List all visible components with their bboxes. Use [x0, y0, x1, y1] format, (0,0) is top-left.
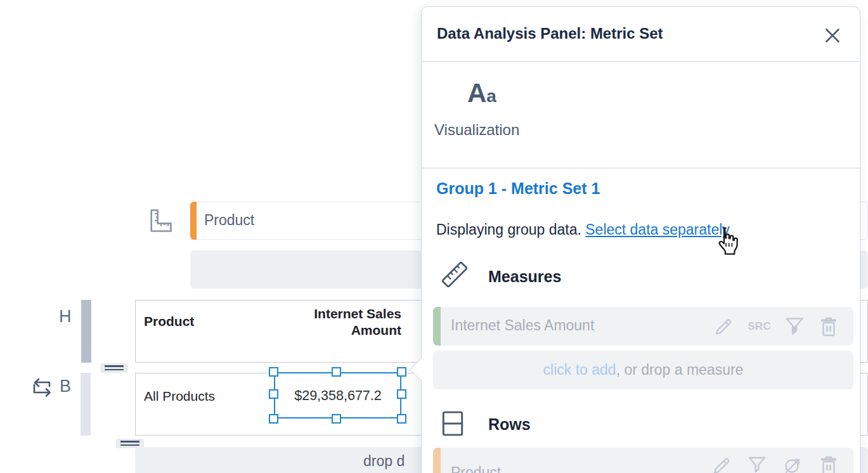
cell-selection-outline[interactable] — [274, 372, 401, 418]
measures-section-heading: Measures — [488, 268, 561, 286]
resize-handle-sw[interactable] — [269, 414, 278, 424]
resize-handle-w[interactable] — [269, 389, 278, 399]
group-status-text: Displaying group data. Select data separ… — [436, 221, 730, 238]
filter-funnel-icon[interactable] — [784, 316, 805, 337]
click-to-add-link[interactable]: click to add — [543, 361, 616, 379]
close-icon[interactable] — [820, 23, 845, 48]
edit-pencil-icon[interactable] — [713, 316, 734, 337]
measure-label: Internet Sales Amount — [451, 317, 594, 334]
table-body-cell-product[interactable]: All Products — [144, 389, 215, 404]
measure-accent-bar — [433, 307, 441, 346]
add-measure-row[interactable]: click to add, or drop a measure — [433, 351, 853, 389]
resize-handle-nw[interactable] — [269, 367, 278, 377]
row-hierarchy-label: Product — [451, 464, 501, 473]
table-header-cell-measure[interactable]: Internet Sales Amount — [290, 306, 401, 339]
row-actions — [711, 454, 839, 473]
rows-section-icon — [441, 410, 464, 437]
row-drag-handle-top[interactable] — [100, 363, 128, 373]
body-band-label: B — [60, 377, 71, 396]
data-analysis-panel: Data Analysis Panel: Metric Set Aa Visua… — [421, 6, 860, 473]
field-pill-accent — [190, 202, 197, 240]
row-hierarchy-item[interactable]: Product — [433, 448, 853, 473]
measures-ruler-icon — [439, 259, 470, 290]
panel-title: Data Analysis Panel: Metric Set — [437, 25, 663, 42]
repeat-band-icon — [28, 375, 53, 399]
resize-handle-e[interactable] — [397, 389, 406, 399]
rows-section-heading: Rows — [488, 415, 531, 434]
field-pill-label: Product — [204, 212, 254, 229]
sort-icon[interactable] — [782, 455, 803, 473]
report-designer-page: Product H Product Internet Sales Amount … — [0, 0, 868, 473]
resize-handle-ne[interactable] — [397, 367, 406, 377]
header-band-bar[interactable] — [81, 300, 91, 363]
square-ruler-icon — [146, 207, 174, 235]
resize-handle-se[interactable] — [397, 414, 406, 424]
panel-divider — [422, 167, 860, 169]
measure-item-row[interactable]: Internet Sales Amount SRC — [433, 307, 853, 346]
filter-funnel-icon[interactable] — [747, 455, 767, 473]
source-badge[interactable]: SRC — [748, 320, 771, 333]
visualization-label: Visualization — [434, 121, 519, 139]
group-metric-set-heading: Group 1 - Metric Set 1 — [436, 179, 600, 198]
panel-divider — [422, 61, 860, 62]
header-band-label: H — [59, 307, 72, 327]
delete-trash-icon[interactable] — [818, 454, 839, 473]
resize-handle-s[interactable] — [332, 414, 341, 424]
text-label-visualization-icon[interactable]: Aa — [467, 78, 496, 108]
edit-pencil-icon[interactable] — [711, 455, 732, 473]
drop-zone-text: drop d — [363, 453, 405, 470]
measure-actions: SRC — [713, 315, 839, 338]
delete-trash-icon[interactable] — [818, 315, 839, 338]
add-measure-hint: , or drop a measure — [616, 361, 744, 379]
row-accent-bar — [433, 448, 441, 473]
resize-handle-n[interactable] — [332, 367, 341, 377]
select-data-separately-link[interactable]: Select data separately — [585, 221, 730, 238]
mouse-hand-cursor-icon — [712, 226, 741, 255]
table-header-cell-product[interactable]: Product — [144, 314, 194, 329]
body-band-bar[interactable] — [81, 373, 91, 436]
